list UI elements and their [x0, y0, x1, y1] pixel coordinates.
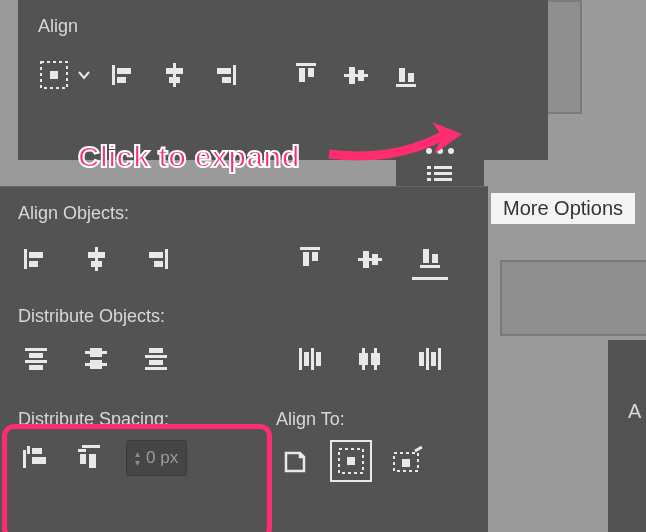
svg-rect-21: [434, 166, 452, 169]
svg-rect-6: [166, 68, 183, 74]
align-hcenter-icon[interactable]: [78, 241, 114, 277]
svg-rect-27: [29, 252, 43, 258]
svg-rect-75: [80, 454, 86, 464]
vdist-top-icon[interactable]: [18, 341, 54, 377]
svg-rect-57: [304, 352, 309, 366]
svg-rect-20: [427, 166, 431, 169]
svg-rect-36: [303, 252, 309, 266]
svg-rect-33: [149, 252, 163, 258]
stepper-arrows-icon[interactable]: ▴▾: [135, 449, 140, 467]
align-vcenter-icon[interactable]: [338, 57, 374, 93]
svg-rect-44: [25, 348, 47, 351]
svg-rect-3: [117, 68, 131, 74]
align-expanded-panel: Align Objects: Distribute Objects:: [0, 186, 488, 532]
svg-rect-19: [408, 73, 414, 82]
svg-rect-37: [312, 252, 318, 261]
svg-rect-26: [24, 249, 27, 269]
svg-rect-46: [25, 360, 47, 363]
svg-rect-8: [233, 65, 236, 85]
align-left-icon[interactable]: [18, 241, 54, 277]
align-bottom-icon[interactable]: [388, 57, 424, 93]
svg-rect-35: [300, 247, 320, 250]
svg-rect-56: [299, 348, 302, 370]
align-right-icon[interactable]: [138, 241, 174, 277]
spacing-value-text: 0 px: [146, 448, 178, 468]
svg-rect-5: [173, 63, 176, 87]
vdist-bottom-icon[interactable]: [138, 341, 174, 377]
svg-rect-32: [165, 249, 168, 269]
distribute-spacing-label: Distribute Spacing:: [10, 403, 260, 430]
svg-rect-43: [432, 254, 438, 263]
bg-panel: [608, 340, 646, 532]
svg-rect-34: [154, 261, 163, 267]
align-right-icon[interactable]: [206, 57, 242, 93]
align-left-icon[interactable]: [106, 57, 142, 93]
svg-rect-9: [217, 68, 231, 74]
svg-rect-18: [399, 68, 405, 82]
svg-rect-14: [344, 74, 368, 77]
panel-menu-icon[interactable]: [427, 164, 453, 182]
svg-rect-42: [423, 249, 429, 263]
svg-rect-7: [169, 77, 180, 83]
svg-rect-41: [420, 265, 440, 268]
svg-rect-73: [78, 449, 86, 452]
svg-rect-49: [90, 348, 102, 357]
align-hcenter-icon[interactable]: [156, 57, 192, 93]
svg-rect-67: [438, 348, 441, 370]
svg-rect-79: [402, 459, 410, 467]
svg-rect-13: [308, 68, 314, 77]
svg-rect-25: [434, 178, 452, 181]
svg-rect-45: [29, 353, 43, 358]
align-vcenter-icon[interactable]: [352, 241, 388, 277]
svg-rect-64: [419, 352, 424, 366]
svg-rect-54: [149, 360, 163, 365]
align-bottom-icon[interactable]: [412, 238, 448, 280]
svg-rect-55: [145, 367, 167, 370]
svg-rect-70: [32, 457, 46, 464]
vdist-space-icon[interactable]: [18, 440, 54, 476]
svg-rect-66: [431, 352, 436, 366]
svg-rect-65: [426, 348, 429, 370]
svg-rect-47: [29, 365, 43, 370]
svg-rect-61: [359, 353, 368, 365]
svg-rect-51: [90, 360, 102, 369]
svg-rect-1: [50, 71, 58, 79]
more-options-button[interactable]: [426, 148, 454, 154]
svg-rect-30: [88, 252, 105, 258]
svg-rect-63: [371, 353, 380, 365]
hdist-left-icon[interactable]: [292, 341, 328, 377]
svg-rect-29: [95, 247, 98, 271]
align-to-selection-dropdown[interactable]: [38, 57, 92, 93]
svg-rect-68: [23, 450, 26, 468]
svg-rect-53: [145, 355, 167, 358]
svg-rect-58: [311, 348, 314, 370]
hdist-center-icon[interactable]: [352, 341, 388, 377]
distribute-objects-label: Distribute Objects:: [0, 300, 488, 327]
align-to-key-object-icon[interactable]: [390, 443, 426, 479]
svg-rect-4: [117, 77, 126, 83]
vdist-center-icon[interactable]: [78, 341, 114, 377]
svg-rect-16: [358, 70, 364, 81]
svg-rect-12: [299, 68, 305, 82]
svg-rect-69: [27, 446, 30, 454]
spacing-value-input[interactable]: ▴▾ 0 px: [126, 440, 187, 476]
svg-rect-52: [149, 348, 163, 353]
svg-rect-72: [82, 445, 100, 448]
svg-rect-10: [222, 77, 231, 83]
align-top-icon[interactable]: [288, 57, 324, 93]
align-panel-title: Align: [38, 16, 528, 37]
svg-rect-38: [358, 258, 382, 261]
svg-rect-24: [427, 178, 431, 181]
hdist-space-icon[interactable]: [72, 440, 108, 476]
svg-rect-15: [349, 67, 355, 84]
svg-rect-2: [112, 65, 115, 85]
align-to-artboard-icon[interactable]: [276, 443, 312, 479]
svg-rect-71: [32, 448, 42, 454]
svg-rect-40: [372, 254, 378, 265]
bg-panel: [500, 260, 646, 336]
hdist-right-icon[interactable]: [412, 341, 448, 377]
svg-rect-23: [434, 172, 452, 175]
align-to-selection-icon[interactable]: [330, 440, 372, 482]
align-top-icon[interactable]: [292, 241, 328, 277]
svg-rect-22: [427, 172, 431, 175]
